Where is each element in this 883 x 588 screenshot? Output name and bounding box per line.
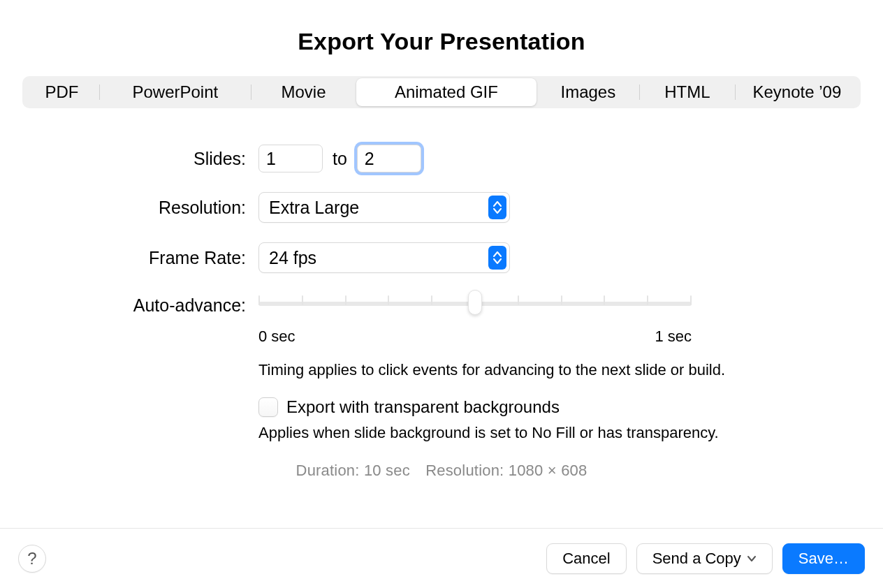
dialog-title: Export Your Presentation bbox=[0, 0, 883, 55]
export-form: Slides: to Resolution: Extra Large bbox=[0, 145, 883, 480]
tab-movie[interactable]: Movie bbox=[251, 78, 356, 106]
slides-row: Slides: to bbox=[0, 145, 883, 172]
framerate-label: Frame Rate: bbox=[0, 248, 258, 268]
tab-html[interactable]: HTML bbox=[640, 78, 735, 106]
framerate-value: 24 fps bbox=[269, 248, 316, 268]
chevron-down-icon bbox=[747, 555, 757, 562]
tab-animated-gif[interactable]: Animated GIF bbox=[356, 78, 536, 106]
slider-thumb[interactable] bbox=[468, 290, 482, 315]
transparent-label: Export with transparent backgrounds bbox=[286, 397, 560, 417]
autoadvance-slider[interactable]: 0 sec 1 sec bbox=[258, 293, 692, 346]
slider-max-label: 1 sec bbox=[655, 328, 692, 346]
slides-controls: to bbox=[258, 145, 421, 172]
send-copy-button[interactable]: Send a Copy bbox=[636, 543, 773, 574]
tab-powerpoint[interactable]: PowerPoint bbox=[100, 78, 251, 106]
help-button[interactable]: ? bbox=[18, 545, 46, 573]
autoadvance-label: Auto-advance: bbox=[0, 293, 258, 316]
tab-keynote-09[interactable]: Keynote ’09 bbox=[736, 78, 859, 106]
updown-icon bbox=[488, 196, 506, 219]
resolution-label: Resolution: bbox=[0, 198, 258, 218]
tab-images[interactable]: Images bbox=[537, 78, 640, 106]
framerate-row: Frame Rate: 24 fps bbox=[0, 242, 883, 273]
export-format-tabs: PDFPowerPointMovieAnimated GIFImagesHTML… bbox=[22, 76, 861, 108]
slides-from-input[interactable] bbox=[258, 145, 323, 172]
resolution-select[interactable]: Extra Large bbox=[258, 192, 510, 223]
resolution-row: Resolution: Extra Large bbox=[0, 192, 883, 223]
autoadvance-help: Timing applies to click events for advan… bbox=[258, 361, 725, 379]
export-summary: Duration: 10 sec Resolution: 1080 × 608 bbox=[0, 462, 883, 480]
transparent-hint: Applies when slide background is set to … bbox=[258, 424, 725, 442]
transparent-row: Export with transparent backgrounds bbox=[258, 397, 725, 417]
framerate-select[interactable]: 24 fps bbox=[258, 242, 510, 273]
dialog-footer: ? Cancel Send a Copy Save… bbox=[0, 528, 883, 588]
save-button[interactable]: Save… bbox=[782, 543, 865, 574]
tab-pdf[interactable]: PDF bbox=[24, 78, 99, 106]
slider-min-label: 0 sec bbox=[258, 328, 295, 346]
slides-label: Slides: bbox=[0, 149, 258, 169]
export-dialog: { "title": "Export Your Presentation", "… bbox=[0, 0, 883, 588]
slides-to-word: to bbox=[333, 149, 347, 169]
transparent-checkbox[interactable] bbox=[258, 397, 278, 417]
autoadvance-row: Auto-advance: 0 sec 1 sec Timing bbox=[0, 293, 883, 442]
updown-icon bbox=[488, 246, 506, 270]
resolution-value: Extra Large bbox=[269, 198, 359, 218]
slides-to-input[interactable] bbox=[357, 145, 421, 172]
cancel-button[interactable]: Cancel bbox=[546, 543, 626, 574]
